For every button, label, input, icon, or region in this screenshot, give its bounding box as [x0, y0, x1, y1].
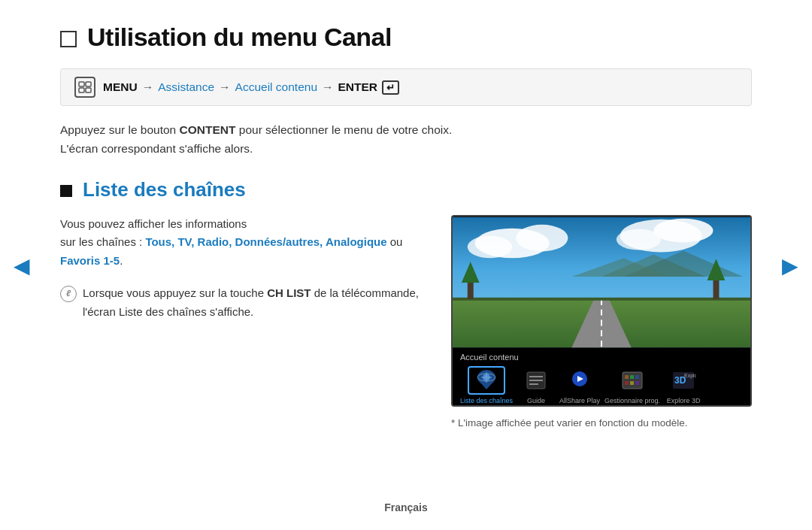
intro-text: Appuyez sur le bouton CONTENT pour sélec… — [60, 121, 752, 159]
tv-icon-explore3d-label: Explore 3D — [667, 397, 701, 405]
page-title-row: Utilisation du menu Canal — [60, 23, 752, 52]
tv-icon-gestionnaire-box — [614, 366, 651, 395]
svg-rect-1 — [86, 82, 91, 86]
svg-rect-17 — [453, 297, 750, 300]
tv-icon-explore3d-box: 3D Explore — [665, 366, 702, 395]
tv-icon-liste[interactable]: Liste des chaînes — [460, 366, 513, 405]
svg-rect-20 — [714, 278, 720, 299]
svg-rect-30 — [529, 380, 543, 381]
svg-rect-0 — [79, 82, 84, 86]
page-container: ◀ ▶ Utilisation du menu Canal MENU → Ass… — [0, 0, 812, 530]
tv-icon-guide-label: Guide — [527, 397, 545, 405]
tv-bottom-bar: Accueil contenu — [453, 348, 750, 407]
svg-point-7 — [468, 235, 512, 258]
two-col-layout: Vous pouvez afficher les informations su… — [60, 215, 752, 429]
arrow3: → — [322, 80, 334, 94]
svg-rect-40 — [635, 381, 639, 385]
body-text-main: Vous pouvez afficher les informations su… — [60, 215, 429, 271]
menu-path-bar: MENU → Assistance → Accueil contenu → EN… — [60, 68, 752, 106]
arrow1: → — [142, 80, 154, 94]
svg-text:Explore: Explore — [684, 373, 696, 379]
tv-icon-gestionnaire-label: Gestionnaire prog. — [604, 397, 660, 405]
nav-arrow-right[interactable]: ▶ — [782, 253, 798, 277]
svg-rect-38 — [625, 381, 629, 385]
page-title: Utilisation du menu Canal — [87, 23, 392, 52]
note-text: Lorsque vous appuyez sur la touche CH LI… — [83, 284, 419, 322]
svg-rect-37 — [635, 375, 639, 379]
right-col: Accueil contenu — [451, 215, 752, 429]
section-title: Liste des chaînes — [83, 178, 246, 201]
tv-icon-liste-box — [468, 366, 505, 395]
tv-icon-guide[interactable]: Guide — [517, 366, 555, 405]
svg-rect-36 — [630, 375, 634, 379]
arrow2: → — [219, 80, 231, 94]
assistance-link: Assistance — [158, 80, 214, 94]
tv-icon-explore3d[interactable]: 3D Explore Explore 3D — [665, 366, 702, 405]
svg-marker-23 — [480, 382, 493, 389]
note-row: ℓ Lorsque vous appuyez sur la touche CH … — [60, 284, 429, 322]
svg-rect-34 — [623, 372, 642, 389]
tv-landscape — [453, 217, 750, 348]
tv-icon-allshare[interactable]: AllShare Play — [559, 366, 600, 405]
menu-label: MENU — [103, 80, 138, 94]
svg-rect-39 — [630, 381, 634, 385]
tv-icon-liste-label: Liste des chaînes — [460, 397, 513, 405]
note-icon: ℓ — [60, 286, 77, 302]
footer-note: * L'image affichée peut varier en foncti… — [451, 417, 752, 429]
tv-icon-allshare-box — [561, 366, 598, 395]
tv-icons-row: Liste des chaînes — [460, 366, 743, 405]
menu-icon — [74, 77, 95, 98]
svg-point-6 — [516, 224, 568, 251]
tv-screen: Accueil contenu — [451, 215, 752, 407]
title-checkbox-icon — [60, 31, 77, 47]
svg-rect-3 — [86, 88, 91, 92]
accueil-label: Accueil contenu — [460, 353, 743, 362]
svg-point-9 — [653, 218, 713, 242]
left-col: Vous pouvez afficher les informations su… — [60, 215, 429, 322]
svg-rect-18 — [468, 280, 474, 299]
section-title-row: Liste des chaînes — [60, 178, 752, 201]
tv-icon-gestionnaire[interactable]: Gestionnaire prog. — [604, 366, 660, 405]
svg-rect-35 — [625, 375, 629, 379]
enter-label: ENTER ↵ — [338, 80, 400, 94]
language-label: Français — [384, 501, 428, 513]
svg-rect-2 — [79, 88, 84, 92]
svg-rect-29 — [529, 376, 543, 377]
accueil-link: Accueil contenu — [235, 80, 317, 94]
section-square-icon — [60, 185, 72, 197]
tv-icon-allshare-label: AllShare Play — [559, 397, 600, 405]
svg-rect-31 — [529, 383, 538, 385]
tv-icon-guide-box — [517, 366, 555, 395]
nav-arrow-left[interactable]: ◀ — [14, 253, 30, 277]
svg-point-10 — [617, 229, 661, 250]
